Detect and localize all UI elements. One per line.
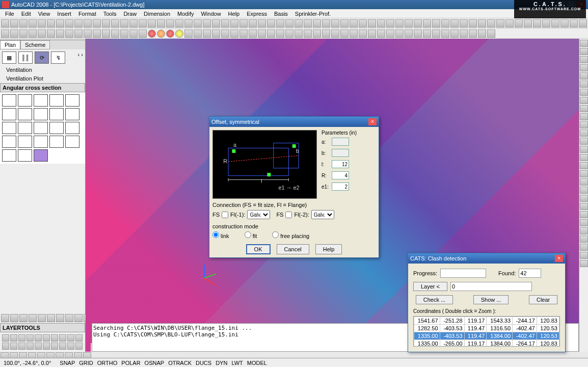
toolbar-icon[interactable] <box>267 19 275 28</box>
right-toolbar-icon[interactable] <box>580 48 588 55</box>
layertool-icon[interactable] <box>2 334 9 342</box>
toolbar-icon[interactable] <box>285 19 293 28</box>
shape-13[interactable] <box>49 122 64 134</box>
toolbar-icon[interactable] <box>93 19 101 28</box>
toolbar-icon[interactable] <box>221 19 229 28</box>
toolbar-icon[interactable] <box>184 19 193 28</box>
toolbar-icon[interactable] <box>166 30 174 38</box>
right-toolbar-icon[interactable] <box>580 260 588 267</box>
status-lwt[interactable]: LWT <box>230 359 244 366</box>
toolbar-icon[interactable] <box>29 19 37 28</box>
status-grid[interactable]: GRID <box>77 359 95 366</box>
layertool-icon[interactable] <box>67 343 74 350</box>
toolbar-icon[interactable] <box>19 19 28 28</box>
toolbar-icon[interactable] <box>249 30 257 38</box>
toolbar-icon[interactable] <box>414 30 422 38</box>
status-dyn[interactable]: DYN <box>214 359 229 366</box>
right-toolbar-icon[interactable] <box>580 187 588 194</box>
iso-icon[interactable] <box>74 314 83 322</box>
tab-plan[interactable]: Plan <box>0 40 20 49</box>
iso-icon[interactable] <box>10 314 18 322</box>
toolbar-icon[interactable] <box>295 19 303 28</box>
shape-20[interactable] <box>2 149 16 162</box>
toolbar-icon[interactable] <box>157 30 165 38</box>
layertool-icon[interactable] <box>67 334 74 342</box>
toolbar-icon[interactable] <box>203 30 211 38</box>
toolbar-icon[interactable] <box>129 19 138 28</box>
layer-field[interactable] <box>450 282 532 291</box>
right-toolbar-icon[interactable] <box>580 195 588 202</box>
toolbar-icon[interactable] <box>579 19 587 28</box>
toolbar-icon[interactable] <box>1 19 9 28</box>
shape-12[interactable] <box>34 122 48 134</box>
shape-7[interactable] <box>34 108 48 120</box>
toolbar-icon[interactable] <box>29 30 37 38</box>
right-toolbar-icon[interactable] <box>580 252 588 259</box>
toolbar-icon[interactable] <box>10 30 18 38</box>
toolbar-icon[interactable] <box>304 19 312 28</box>
toolbar-icon[interactable] <box>295 30 303 38</box>
toolbar-icon[interactable] <box>10 19 18 28</box>
right-toolbar-icon[interactable] <box>580 129 588 137</box>
toolbar-icon[interactable] <box>368 30 376 38</box>
toolbar-icon[interactable] <box>19 30 28 38</box>
toolbar-icon[interactable] <box>84 30 92 38</box>
menu-draw[interactable]: Draw <box>120 11 140 17</box>
right-toolbar-icon[interactable] <box>580 56 588 63</box>
coord-table-scroll[interactable]: 1541.67-251.28119.171543.33-244.17120.83… <box>413 316 560 347</box>
toolbar-icon[interactable] <box>487 19 495 28</box>
iso-icon[interactable] <box>65 314 73 322</box>
palette-btn-3[interactable]: ⟳ <box>35 51 49 64</box>
toolbar-icon[interactable] <box>157 19 165 28</box>
toolbar-icon[interactable] <box>441 30 449 38</box>
status-model[interactable]: MODEL <box>246 359 269 366</box>
menu-tools[interactable]: Tools <box>100 11 120 17</box>
shape-18[interactable] <box>49 136 64 148</box>
layertool-icon[interactable] <box>59 334 66 342</box>
shape-22[interactable] <box>34 149 48 162</box>
right-toolbar-icon[interactable] <box>580 81 588 88</box>
menu-insert[interactable]: Insert <box>54 11 74 17</box>
shape-5[interactable] <box>2 108 16 120</box>
right-toolbar-icon[interactable] <box>580 40 588 47</box>
toolbar-icon[interactable] <box>230 19 238 28</box>
toolbar-icon[interactable] <box>267 30 275 38</box>
status-osnap[interactable]: OSNAP <box>143 359 166 366</box>
toolbar-icon[interactable] <box>405 19 413 28</box>
menu-window[interactable]: Window <box>198 11 224 17</box>
right-toolbar-icon[interactable] <box>580 89 588 96</box>
toolbar-icon[interactable] <box>350 30 358 38</box>
toolbar-icon[interactable] <box>441 19 449 28</box>
toolbar-icon[interactable] <box>469 19 477 28</box>
iso-icon[interactable] <box>1 314 9 322</box>
layertool-icon[interactable] <box>2 343 9 350</box>
menu-express[interactable]: Express <box>244 11 270 17</box>
toolbar-icon[interactable] <box>450 30 459 38</box>
toolbar-icon[interactable] <box>56 30 64 38</box>
tree-ventilation[interactable]: Ventilation <box>0 66 85 74</box>
toolbar-icon[interactable] <box>65 30 73 38</box>
layertool-icon[interactable] <box>43 334 50 342</box>
toolbar-icon[interactable] <box>414 19 422 28</box>
toolbar-icon[interactable] <box>395 19 404 28</box>
layertool-icon[interactable] <box>26 334 34 342</box>
status-ortho[interactable]: ORTHO <box>96 359 119 366</box>
toolbar-icon[interactable] <box>405 30 413 38</box>
shape-17[interactable] <box>34 136 48 148</box>
shape-1[interactable] <box>18 94 32 107</box>
shape-16[interactable] <box>18 136 32 148</box>
layertool-icon[interactable] <box>43 343 50 350</box>
toolbar-icon[interactable] <box>74 19 83 28</box>
show-button[interactable]: Show ... <box>473 295 509 304</box>
toolbar-icon[interactable] <box>258 30 266 38</box>
shape-0[interactable] <box>2 94 16 107</box>
toolbar-icon[interactable] <box>194 19 202 28</box>
menu-file[interactable]: File <box>2 11 17 17</box>
toolbar-icon[interactable] <box>478 19 486 28</box>
layertool-icon[interactable] <box>18 343 25 350</box>
fs1-checkbox[interactable] <box>222 212 228 218</box>
shape-19[interactable] <box>65 136 79 148</box>
toolbar-icon[interactable] <box>331 30 339 38</box>
toolbar-icon[interactable] <box>460 19 468 28</box>
toolbar-icon[interactable] <box>203 19 211 28</box>
